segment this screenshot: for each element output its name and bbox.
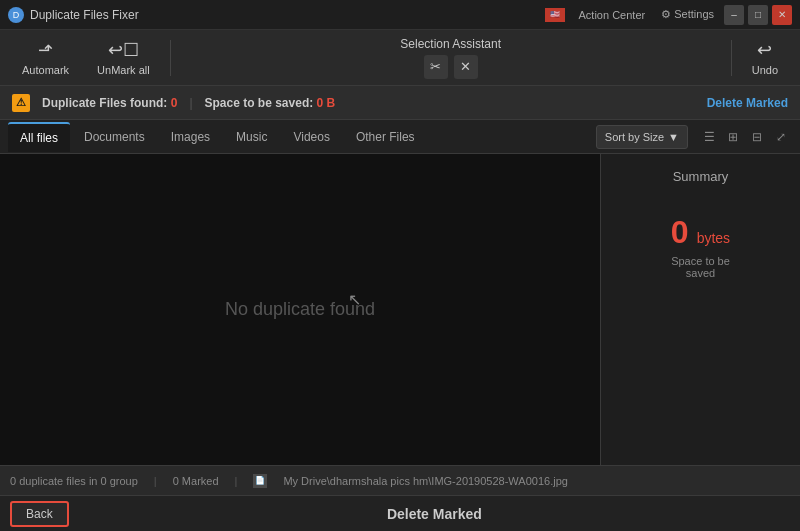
main-area: No duplicate found ↖ Summary 0 bytes Spa… (0, 154, 800, 465)
summary-title: Summary (611, 169, 790, 184)
settings-button[interactable]: ⚙ Settings (655, 8, 720, 21)
tab-videos[interactable]: Videos (281, 122, 341, 152)
delete-marked-bottom-button[interactable]: Delete Marked (79, 506, 790, 522)
tab-all-files[interactable]: All files (8, 122, 70, 152)
minimize-button[interactable]: – (724, 5, 744, 25)
title-bar-controls: 🇺🇸 Action Center ⚙ Settings – □ ✕ (545, 5, 792, 25)
flag-icon: 🇺🇸 (545, 8, 565, 22)
tab-other-files[interactable]: Other Files (344, 122, 427, 152)
selection-assistant-label: Selection Assistant (400, 37, 501, 51)
notification-bar: ⚠ Duplicate Files found: 0 | Space to be… (0, 86, 800, 120)
toolbar-separator-2 (731, 40, 732, 76)
grid-view-icon[interactable]: ⊞ (722, 126, 744, 148)
back-button[interactable]: Back (10, 501, 69, 527)
unmark-all-icon: ↩☐ (108, 39, 139, 61)
maximize-button[interactable]: □ (748, 5, 768, 25)
sort-dropdown[interactable]: Sort by Size ▼ (596, 125, 688, 149)
selection-icon-2[interactable]: ✕ (454, 55, 478, 79)
unmark-all-button[interactable]: ↩☐ UnMark all (85, 35, 162, 81)
close-button[interactable]: ✕ (772, 5, 792, 25)
duplicates-found-count: 0 (171, 96, 178, 110)
automark-button[interactable]: ⬏ Automark (10, 35, 81, 81)
marked-count-status: 0 Marked (173, 475, 219, 487)
summary-bytes-value: 0 (671, 214, 689, 251)
tab-music[interactable]: Music (224, 122, 279, 152)
title-bar: D Duplicate Files Fixer 🇺🇸 Action Center… (0, 0, 800, 30)
duplicate-count-status: 0 duplicate files in 0 group (10, 475, 138, 487)
status-separator-2: | (235, 475, 238, 487)
content-panel: No duplicate found ↖ (0, 154, 600, 465)
selection-icon-1[interactable]: ✂ (424, 55, 448, 79)
summary-bytes-unit: bytes (697, 230, 730, 246)
duplicates-found-label: Duplicate Files found: 0 (42, 96, 177, 110)
toolbar: ⬏ Automark ↩☐ UnMark all Selection Assis… (0, 30, 800, 86)
chevron-down-icon: ▼ (668, 131, 679, 143)
app-icon: D (8, 7, 24, 23)
bottom-bar: Back Delete Marked (0, 495, 800, 531)
automark-label: Automark (22, 64, 69, 76)
tile-view-icon[interactable]: ⊟ (746, 126, 768, 148)
toolbar-separator (170, 40, 171, 76)
tab-bar: All files Documents Images Music Videos … (0, 120, 800, 154)
action-center-button[interactable]: Action Center (573, 9, 652, 21)
unmark-all-label: UnMark all (97, 64, 150, 76)
undo-button[interactable]: ↩ Undo (740, 35, 790, 81)
app-title: Duplicate Files Fixer (30, 8, 545, 22)
warning-icon: ⚠ (12, 94, 30, 112)
current-file-status: My Drive\dharmshala pics hm\IMG-20190528… (283, 475, 568, 487)
summary-saved-label: Space to besaved (671, 255, 730, 279)
tab-documents[interactable]: Documents (72, 122, 157, 152)
notif-separator: | (189, 96, 192, 110)
status-separator: | (154, 475, 157, 487)
view-icons-group: ☰ ⊞ ⊟ ⤢ (698, 126, 792, 148)
list-view-icon[interactable]: ☰ (698, 126, 720, 148)
selection-assistant-area: Selection Assistant ✂ ✕ (179, 37, 723, 79)
undo-icon: ↩ (757, 39, 772, 61)
automark-icon: ⬏ (38, 39, 53, 61)
cursor-indicator: ↖ (348, 290, 361, 309)
summary-panel: Summary 0 bytes Space to besaved (600, 154, 800, 465)
selection-icons-group: ✂ ✕ (424, 55, 478, 79)
summary-content: 0 bytes Space to besaved (611, 214, 790, 279)
expand-view-icon[interactable]: ⤢ (770, 126, 792, 148)
space-saved-value: 0 B (317, 96, 336, 110)
undo-label: Undo (752, 64, 778, 76)
delete-marked-top-button[interactable]: Delete Marked (707, 96, 788, 110)
tab-images[interactable]: Images (159, 122, 222, 152)
status-bar: 0 duplicate files in 0 group | 0 Marked … (0, 465, 800, 495)
file-icon: 📄 (253, 474, 267, 488)
space-saved-label: Space to be saved: 0 B (205, 96, 336, 110)
sort-label: Sort by Size (605, 131, 664, 143)
